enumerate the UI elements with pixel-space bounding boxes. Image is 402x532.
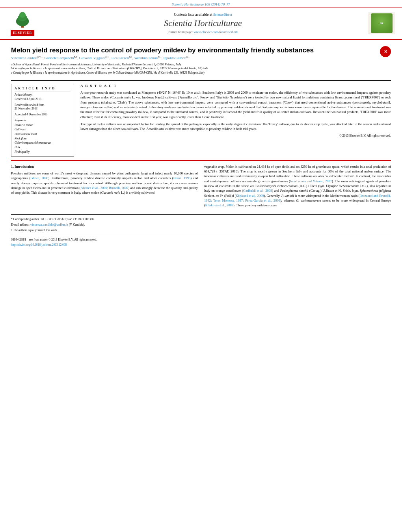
footer-email-label: E-mail address: [11, 223, 30, 226]
keywords-list: Inodorus melon Cultivars Brassicaceae me… [15, 123, 71, 154]
intro-heading: 1. Introduction [11, 164, 198, 169]
author-viggiani[interactable]: Giovanni Viggiani [79, 56, 106, 60]
abstract-p2: The type of melon cultivar was an import… [80, 122, 391, 132]
body-two-col: 1. Introduction Powdery mildews are some… [11, 164, 391, 210]
header-bar: ELSEVIER Contents lists available at Sci… [0, 7, 402, 40]
article-title-text: Melon yield response to the control of p… [11, 46, 376, 77]
svg-point-3 [19, 12, 26, 18]
elsevier-label: ELSEVIER [11, 30, 34, 36]
affiliations: a School of Agricultural, Forest, Food a… [11, 63, 376, 75]
body-col-right: vegetable crop. Melon is cultivated on 2… [204, 164, 391, 210]
authors-line: Vincenzo Candidoa,*,1, Gabriele Campanel… [11, 55, 376, 61]
sciencedirect-link[interactable]: ScienceDirect [213, 13, 232, 17]
abstract-p1: A two-year research study was conducted … [80, 90, 391, 119]
crossmark-badge: ✕ [380, 46, 391, 57]
sh-logo-inner: SH [371, 13, 393, 33]
abstract-col: A B S T R A C T A two-year research stud… [80, 84, 391, 157]
author-campanelli[interactable]: Gabriele Campanelli [45, 56, 74, 60]
article-title-section: Melon yield response to the control of p… [11, 46, 391, 81]
affiliation-b: b Consiglio per la Ricerca e la sperimen… [11, 67, 376, 71]
footer-email[interactable]: vincenza.candido@unibas.it [30, 222, 68, 226]
intro-p1: Powdery mildews are some of world's most… [11, 171, 198, 195]
elsevier-tree-icon [11, 11, 34, 28]
journal-header: Scientia Horticulturae 166 (2014) 70–77 [0, 0, 402, 7]
crossmark-icon: ✕ [380, 46, 391, 57]
author-candido[interactable]: Vincenzo Candido [11, 56, 37, 60]
kw-inodorus: Inodorus melon [15, 123, 71, 127]
received-revised-label: Received in revised form 21 November 201… [15, 103, 71, 110]
elsevier-logo-section: ELSEVIER [5, 11, 40, 36]
footer-footnote: 1 The authors equally shared this work. [11, 228, 391, 232]
journal-name-top: Scientia Horticulturae 166 (2014) 70–77 [0, 2, 402, 6]
body-col-left: 1. Introduction Powdery mildews are some… [11, 164, 198, 210]
kw-rock-flour: Rock flour [15, 136, 71, 141]
journal-title-main: Scientia Horticulturae [44, 18, 362, 28]
kriskova-ref[interactable]: Křísková et al., 2009 [236, 194, 264, 198]
footer-divider [11, 235, 391, 235]
received-value: Received 3 April 2013 [15, 97, 71, 101]
journal-homepage: journal homepage: www.elsevier.com/locat… [44, 30, 362, 34]
kriskova-ref2[interactable]: Křísková et al., 2009 [205, 203, 233, 207]
article-title: Melon yield response to the control of p… [11, 46, 376, 55]
article-info-header: A R T I C L E I N F O [15, 87, 71, 91]
author-camele[interactable]: Ippolito Camele [164, 56, 186, 60]
alvarez-ref[interactable]: Alvarez et al., 2000; Brunelli, 2007 [80, 186, 128, 190]
footer-email-name: (V. Candido). [69, 223, 85, 226]
kw-brassicaceae: Brassicaceae meal [15, 132, 71, 136]
accepted-value: Accepted 4 December 2013 [15, 113, 71, 116]
affiliation-a: a School of Agricultural, Forest, Food a… [11, 63, 376, 67]
braun-ref[interactable]: Braun, 1995 [173, 176, 191, 180]
header-right-logo: SH [366, 11, 397, 36]
abstract-header: A B S T R A C T [80, 84, 391, 88]
contents-available: Contents lists available at ScienceDirec… [44, 13, 362, 17]
article-history-label: Article history: [15, 93, 71, 96]
two-col-info-abstract: A R T I C L E I N F O Article history: R… [11, 84, 391, 157]
keywords-label: Keywords: [15, 119, 71, 122]
glawe-ref[interactable]: Glawe, 2008 [30, 176, 48, 180]
author-lazzeri[interactable]: Luca Lazzeri [110, 56, 129, 60]
kw-golovinomyces: Golovinomyces cichoracearum [15, 141, 71, 145]
footer-email-line: E-mail address: vincenza.candido@unibas.… [11, 222, 391, 227]
article-body: Melon yield response to the control of p… [0, 40, 402, 247]
sh-logo-box: SH [368, 13, 395, 34]
red-divider [11, 160, 391, 161]
abstract-text: A two-year research study was conducted … [80, 90, 391, 132]
incalcaterra-ref[interactable]: Incalcaterra and Vetrano, 2007 [290, 179, 332, 183]
copyright-line: © 2013 Elsevier B.V. All rights reserved… [80, 134, 391, 137]
footer-section: * Corresponding author. Tel.: +39 971 20… [11, 214, 391, 247]
footer-doi[interactable]: http://dx.doi.org/10.1016/j.scienta.2013… [11, 243, 391, 247]
kw-fruit-quality: Fruit quality [15, 150, 71, 154]
kw-pcr: PCR [15, 145, 71, 149]
homepage-link[interactable]: www.elsevier.com/locate/scihorti [194, 30, 238, 34]
footer-issn: 0304-4238/$ – see front matter © 2013 El… [11, 237, 391, 242]
article-info-col: A R T I C L E I N F O Article history: R… [11, 84, 74, 157]
author-ferrari[interactable]: Valentino Ferrari [134, 56, 158, 60]
footer-corresponding: * Corresponding author. Tel.: +39 971 20… [11, 217, 391, 221]
intro-p2-right: vegetable crop. Melon is cultivated on 2… [204, 164, 391, 208]
affiliation-c: c Consiglio per la Ricerca e la sperimen… [11, 71, 376, 75]
kw-cultivars: Cultivars [15, 127, 71, 132]
header-center: Contents lists available at ScienceDirec… [44, 11, 362, 36]
garibaldi-ref[interactable]: Garibaldi et al., 2008 [243, 189, 272, 193]
